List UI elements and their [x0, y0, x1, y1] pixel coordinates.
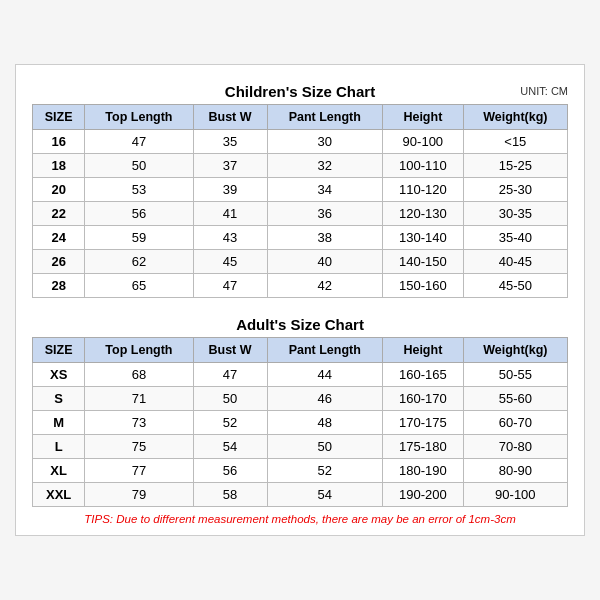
data-cell: 41	[193, 202, 267, 226]
size-cell: XL	[33, 459, 85, 483]
adult-col-pant-length-header: Pant Length	[267, 338, 382, 363]
col-weight-header: Weight(kg)	[463, 105, 567, 130]
unit-label: UNIT: CM	[520, 85, 568, 97]
table-row: XS684744160-16550-55	[33, 363, 568, 387]
adult-table: SIZE Top Length Bust W Pant Length Heigh…	[32, 337, 568, 507]
size-cell: 20	[33, 178, 85, 202]
data-cell: 48	[267, 411, 382, 435]
table-row: M735248170-17560-70	[33, 411, 568, 435]
data-cell: 79	[85, 483, 193, 507]
data-cell: 45	[193, 250, 267, 274]
size-cell: XXL	[33, 483, 85, 507]
data-cell: 47	[193, 274, 267, 298]
adult-col-bust-w-header: Bust W	[193, 338, 267, 363]
size-cell: L	[33, 435, 85, 459]
data-cell: <15	[463, 130, 567, 154]
data-cell: 77	[85, 459, 193, 483]
data-cell: 52	[267, 459, 382, 483]
data-cell: 150-160	[383, 274, 464, 298]
data-cell: 37	[193, 154, 267, 178]
data-cell: 44	[267, 363, 382, 387]
table-row: L755450175-18070-80	[33, 435, 568, 459]
data-cell: 25-30	[463, 178, 567, 202]
size-cell: 28	[33, 274, 85, 298]
data-cell: 50-55	[463, 363, 567, 387]
data-cell: 54	[193, 435, 267, 459]
size-cell: 24	[33, 226, 85, 250]
col-height-header: Height	[383, 105, 464, 130]
size-cell: 16	[33, 130, 85, 154]
children-table: SIZE Top Length Bust W Pant Length Heigh…	[32, 104, 568, 298]
data-cell: 50	[193, 387, 267, 411]
col-size-header: SIZE	[33, 105, 85, 130]
data-cell: 38	[267, 226, 382, 250]
adult-col-size-header: SIZE	[33, 338, 85, 363]
data-cell: 71	[85, 387, 193, 411]
data-cell: 32	[267, 154, 382, 178]
data-cell: 80-90	[463, 459, 567, 483]
data-cell: 34	[267, 178, 382, 202]
data-cell: 46	[267, 387, 382, 411]
data-cell: 36	[267, 202, 382, 226]
data-cell: 75	[85, 435, 193, 459]
data-cell: 59	[85, 226, 193, 250]
data-cell: 50	[267, 435, 382, 459]
table-row: XXL795854190-20090-100	[33, 483, 568, 507]
table-row: 26624540140-15040-45	[33, 250, 568, 274]
adult-header-row: SIZE Top Length Bust W Pant Length Heigh…	[33, 338, 568, 363]
children-title-text: Children's Size Chart	[225, 83, 375, 100]
data-cell: 43	[193, 226, 267, 250]
data-cell: 100-110	[383, 154, 464, 178]
size-cell: 22	[33, 202, 85, 226]
table-row: 1647353090-100<15	[33, 130, 568, 154]
data-cell: 45-50	[463, 274, 567, 298]
chart-container: Children's Size Chart UNIT: CM SIZE Top …	[15, 64, 585, 536]
table-row: S715046160-17055-60	[33, 387, 568, 411]
adult-title-text: Adult's Size Chart	[236, 316, 364, 333]
data-cell: 180-190	[383, 459, 464, 483]
data-cell: 40-45	[463, 250, 567, 274]
data-cell: 62	[85, 250, 193, 274]
data-cell: 90-100	[463, 483, 567, 507]
data-cell: 39	[193, 178, 267, 202]
data-cell: 170-175	[383, 411, 464, 435]
adult-title: Adult's Size Chart	[32, 310, 568, 337]
data-cell: 140-150	[383, 250, 464, 274]
table-row: 24594338130-14035-40	[33, 226, 568, 250]
table-row: XL775652180-19080-90	[33, 459, 568, 483]
data-cell: 55-60	[463, 387, 567, 411]
table-row: 28654742150-16045-50	[33, 274, 568, 298]
col-pant-length-header: Pant Length	[267, 105, 382, 130]
data-cell: 52	[193, 411, 267, 435]
data-cell: 53	[85, 178, 193, 202]
data-cell: 70-80	[463, 435, 567, 459]
size-cell: 18	[33, 154, 85, 178]
children-title: Children's Size Chart UNIT: CM	[32, 77, 568, 104]
children-header-row: SIZE Top Length Bust W Pant Length Heigh…	[33, 105, 568, 130]
data-cell: 15-25	[463, 154, 567, 178]
table-row: 20533934110-12025-30	[33, 178, 568, 202]
adult-col-weight-header: Weight(kg)	[463, 338, 567, 363]
table-row: 22564136120-13030-35	[33, 202, 568, 226]
data-cell: 190-200	[383, 483, 464, 507]
data-cell: 68	[85, 363, 193, 387]
size-cell: XS	[33, 363, 85, 387]
data-cell: 35-40	[463, 226, 567, 250]
data-cell: 110-120	[383, 178, 464, 202]
data-cell: 42	[267, 274, 382, 298]
data-cell: 175-180	[383, 435, 464, 459]
data-cell: 47	[85, 130, 193, 154]
col-top-length-header: Top Length	[85, 105, 193, 130]
col-bust-w-header: Bust W	[193, 105, 267, 130]
data-cell: 160-165	[383, 363, 464, 387]
adult-col-top-length-header: Top Length	[85, 338, 193, 363]
data-cell: 90-100	[383, 130, 464, 154]
data-cell: 56	[193, 459, 267, 483]
tips-text: TIPS: Due to different measurement metho…	[32, 513, 568, 525]
size-cell: 26	[33, 250, 85, 274]
data-cell: 35	[193, 130, 267, 154]
data-cell: 130-140	[383, 226, 464, 250]
data-cell: 50	[85, 154, 193, 178]
data-cell: 73	[85, 411, 193, 435]
data-cell: 30-35	[463, 202, 567, 226]
